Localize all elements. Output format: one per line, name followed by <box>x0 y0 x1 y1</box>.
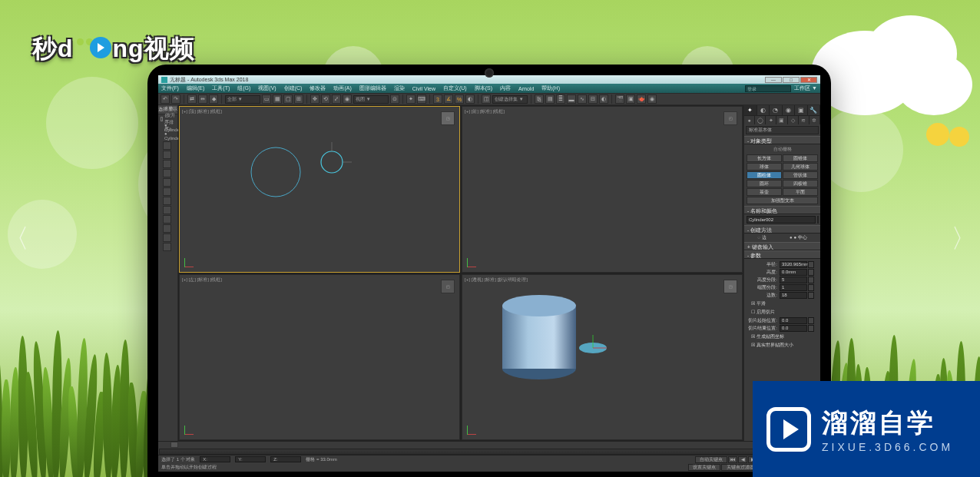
menu-graph[interactable]: 图形编辑器 <box>359 84 386 92</box>
prev-frame-icon[interactable]: ◀ <box>738 456 747 463</box>
menu-create[interactable]: 创建(C) <box>284 84 303 92</box>
subtab-shapes-icon[interactable]: ◯ <box>755 116 766 124</box>
keymode-icon[interactable]: ⌨ <box>417 94 426 104</box>
viewport-front[interactable]: [+] [前] [标准] [线框] ◰ <box>462 106 743 273</box>
rwms-checkbox[interactable]: 真实世界贴图大小 <box>747 341 818 349</box>
time-slider[interactable] <box>158 441 820 449</box>
smooth-checkbox[interactable]: 平滑 <box>747 300 818 308</box>
coord-system-dropdown[interactable]: 视图 ▼ <box>353 95 389 104</box>
rotate-icon[interactable]: ⟲ <box>321 94 330 104</box>
layer-icon[interactable]: ≣ <box>556 94 565 104</box>
prim-sphere-button[interactable]: 球体 <box>747 163 782 171</box>
prim-geosphere-button[interactable]: 几何球体 <box>783 163 818 171</box>
heightsegs-spinner[interactable]: 5 <box>780 277 807 283</box>
maximize-button[interactable]: □ <box>783 77 800 83</box>
radio-edge[interactable]: 边 <box>757 234 766 241</box>
spinner-icon[interactable] <box>808 325 814 332</box>
prim-pyramid-button[interactable]: 四棱锥 <box>783 180 818 187</box>
list-item[interactable]: ● Cylinder <box>158 131 177 140</box>
ed-sel-icon[interactable]: ◫ <box>482 94 491 104</box>
unlink-icon[interactable]: ⇹ <box>198 94 207 104</box>
menu-civil[interactable]: Civil View <box>412 86 435 91</box>
select-icon[interactable]: ▭ <box>262 94 271 104</box>
rollout-keyboard[interactable]: + 键盘输入 <box>744 242 820 250</box>
menu-render[interactable]: 渲染 <box>394 84 405 92</box>
named-sel-dropdown[interactable]: 创建选择集 ▼ <box>492 95 528 104</box>
capsegs-spinner[interactable]: 1 <box>780 284 807 291</box>
viewcube-icon[interactable]: ◰ <box>723 111 737 125</box>
menu-edit[interactable]: 编辑(E) <box>187 84 204 92</box>
redo-icon[interactable]: ↷ <box>171 94 180 104</box>
scale-icon[interactable]: ⤢ <box>332 94 341 104</box>
menu-help[interactable]: 帮助(H) <box>541 84 560 92</box>
tool-icon[interactable] <box>163 178 171 187</box>
goto-start-icon[interactable]: ⏮ <box>728 456 737 463</box>
scene-explorer-panel[interactable]: 选择显示 名称(按升序排序) ● Cylinde ● Cylinder <box>158 105 178 441</box>
tool-icon[interactable] <box>163 197 171 205</box>
tool-icon[interactable] <box>163 206 171 214</box>
title-bar[interactable]: 无标题 - Autodesk 3ds Max 2018 — □ ✕ <box>158 75 820 84</box>
move-icon[interactable]: ✥ <box>310 94 319 104</box>
tool-icon[interactable] <box>163 141 171 150</box>
render-icon[interactable]: 🫖 <box>637 94 646 104</box>
tab-modify-icon[interactable]: ◐ <box>757 105 770 115</box>
snap-percent-icon[interactable]: % <box>455 94 464 104</box>
tab-motion-icon[interactable]: ◉ <box>783 105 796 115</box>
viewcube-icon[interactable]: ◰ <box>441 280 455 293</box>
tool-icon[interactable] <box>163 215 171 224</box>
select-region-icon[interactable]: ▢ <box>283 94 293 104</box>
spinner-snap-icon[interactable]: ◐ <box>465 94 475 104</box>
carousel-prev-button[interactable]: 〈 <box>0 217 34 261</box>
link-icon[interactable]: ⇄ <box>187 94 197 104</box>
menu-file[interactable]: 文件(F) <box>161 84 179 92</box>
viewport-left[interactable]: [+] [左] [标准] [线框] ◰ <box>179 274 460 441</box>
schematic-icon[interactable]: ⊟ <box>588 94 598 104</box>
track-bar[interactable] <box>159 449 819 455</box>
color-swatch[interactable] <box>817 216 819 224</box>
material-editor-icon[interactable]: ◐ <box>599 94 608 104</box>
place-icon[interactable]: ◉ <box>343 94 352 104</box>
select-name-icon[interactable]: ▦ <box>273 94 282 104</box>
tab-utilities-icon[interactable]: 🔧 <box>808 105 821 115</box>
rollout-name-color[interactable]: - 名称和颜色 <box>744 206 820 214</box>
workspace-dropdown[interactable]: 工作区 ▼ <box>794 84 817 92</box>
window-crossing-icon[interactable]: ⊞ <box>294 94 303 104</box>
menu-content[interactable]: 内容 <box>500 84 511 92</box>
coord-z[interactable]: Z: <box>270 456 301 462</box>
bind-icon[interactable]: ◆ <box>209 94 218 104</box>
autogrid-checkbox[interactable]: 自动栅格 <box>747 146 818 153</box>
prim-plane-button[interactable]: 平面 <box>783 188 818 196</box>
geometry-type-dropdown[interactable]: 标准基本体 <box>746 126 819 134</box>
mirror-icon[interactable]: ⧎ <box>535 94 544 104</box>
tool-icon[interactable] <box>163 151 171 159</box>
snap2d-icon[interactable]: 3 <box>433 94 442 104</box>
snap-angle-icon[interactable]: ∡ <box>444 94 453 104</box>
render-setup-icon[interactable]: 🎬 <box>615 94 624 104</box>
radio-center[interactable]: ● 中心 <box>790 234 807 241</box>
setkey-button[interactable]: 设置关键点 <box>688 464 720 471</box>
rollout-create-method[interactable]: - 创建方法 <box>744 225 820 234</box>
tool-icon[interactable] <box>163 243 171 251</box>
pivot-icon[interactable]: ⊙ <box>390 94 399 104</box>
spinner-icon[interactable] <box>808 292 814 299</box>
selection-filter-dropdown[interactable]: 全部 ▼ <box>225 95 260 104</box>
signin-dropdown[interactable]: 登录 <box>745 85 791 92</box>
list-item[interactable]: ● Cylinde <box>158 123 177 131</box>
prim-text-button[interactable]: 加强型文本 <box>747 197 818 204</box>
tool-icon[interactable] <box>163 234 171 242</box>
slice-checkbox[interactable]: 启用切片 <box>747 308 818 316</box>
minimize-button[interactable]: — <box>765 77 782 83</box>
tab-create-icon[interactable]: ✦ <box>744 105 757 115</box>
coord-x[interactable]: X: <box>200 456 230 462</box>
curve-editor-icon[interactable]: ∿ <box>578 94 587 104</box>
menu-arnold[interactable]: Arnold <box>518 86 534 91</box>
prim-teapot-button[interactable]: 茶壶 <box>747 188 782 196</box>
spinner-icon[interactable] <box>808 284 814 291</box>
subtab-helpers-icon[interactable]: ◇ <box>788 116 799 124</box>
height-spinner[interactable]: 0.0mm <box>780 269 807 276</box>
subtab-systems-icon[interactable]: ✲ <box>809 116 820 124</box>
tool-icon[interactable] <box>163 187 171 196</box>
ribbon-icon[interactable]: ▬ <box>567 94 576 104</box>
render-prod-icon[interactable]: ◉ <box>647 94 657 104</box>
coord-y[interactable]: Y: <box>235 456 266 462</box>
